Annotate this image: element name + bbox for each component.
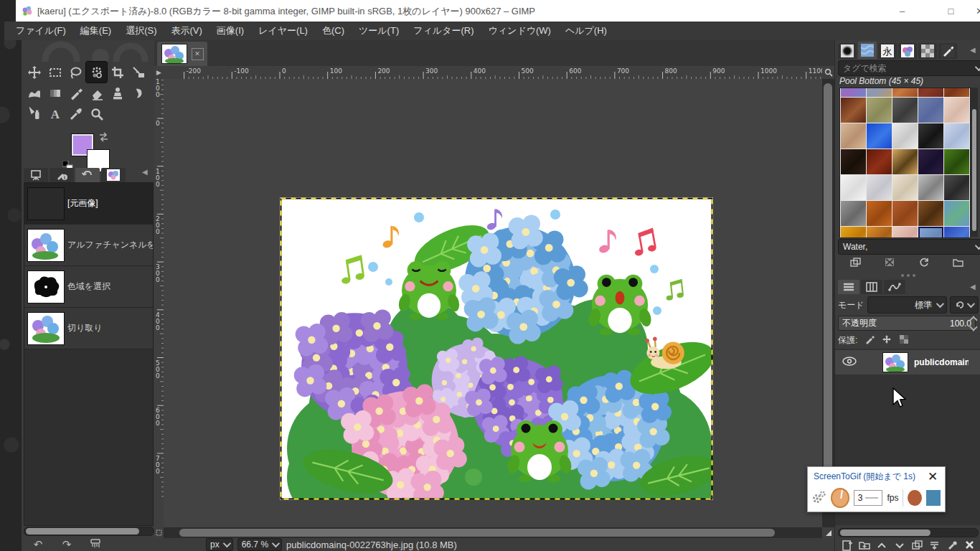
- merge-layer-button[interactable]: [926, 540, 943, 551]
- tool-gradient-icon[interactable]: [44, 83, 65, 103]
- settings-gears-icon[interactable]: [812, 491, 826, 506]
- pattern-swatch[interactable]: [892, 175, 918, 200]
- pattern-swatch[interactable]: [841, 227, 866, 238]
- refresh-patterns-icon[interactable]: [919, 258, 929, 270]
- history-scrollbar[interactable]: [24, 527, 154, 536]
- menu-item-5[interactable]: レイヤー(L): [251, 22, 315, 39]
- mask-layer-button[interactable]: [943, 540, 961, 551]
- pattern-swatch[interactable]: [841, 175, 866, 200]
- history-item-3[interactable]: 切り取り: [24, 308, 153, 349]
- tool-clone-icon[interactable]: [107, 83, 128, 103]
- pattern-swatch[interactable]: [892, 227, 918, 238]
- menu-item-1[interactable]: 編集(E): [73, 22, 118, 39]
- pattern-swatch[interactable]: [867, 123, 892, 149]
- dock-tab-tool-options[interactable]: [24, 168, 48, 182]
- pattern-swatch[interactable]: [892, 123, 918, 149]
- menu-item-6[interactable]: 色(C): [315, 22, 352, 39]
- canvas-viewport[interactable]: [164, 79, 822, 527]
- tool-rectangle-select-icon[interactable]: [44, 62, 65, 83]
- tool-free-select-icon[interactable]: [65, 62, 86, 83]
- pattern-swatch[interactable]: [918, 149, 943, 174]
- menu-item-0[interactable]: ファイル(F): [9, 22, 73, 39]
- tool-paintbrush-icon[interactable]: [65, 83, 86, 103]
- history-item-1[interactable]: アルファチャンネルを追加: [24, 225, 153, 266]
- pattern-swatch[interactable]: [918, 98, 943, 123]
- lock-alpha-icon[interactable]: [899, 334, 909, 347]
- dock-tab-image[interactable]: [101, 168, 126, 182]
- quick-mask-toggle[interactable]: [154, 527, 164, 538]
- history-item-0[interactable]: [元画像]: [24, 183, 153, 225]
- canvas-vertical-scrollbar[interactable]: [822, 79, 834, 527]
- unit-dropdown[interactable]: px: [206, 538, 233, 551]
- pattern-swatch[interactable]: [892, 98, 918, 123]
- dialog-tab-brushes[interactable]: [838, 43, 857, 59]
- undo-button[interactable]: ↶: [24, 538, 52, 551]
- pattern-swatch[interactable]: [918, 88, 943, 97]
- raise-layer-button[interactable]: [873, 540, 890, 551]
- pattern-swatch[interactable]: [944, 175, 969, 200]
- tool-smudge-icon[interactable]: [128, 83, 149, 103]
- tag-search-input[interactable]: タグで検索: [838, 60, 980, 76]
- dock-tab-undo-history[interactable]: [75, 168, 100, 182]
- pattern-swatch[interactable]: [841, 88, 866, 97]
- open-pattern-file-icon[interactable]: [953, 258, 963, 269]
- delete-pattern-icon[interactable]: [885, 258, 895, 269]
- redo-button[interactable]: ↷: [52, 538, 81, 551]
- pattern-swatch[interactable]: [841, 201, 866, 226]
- layers-tab-paths[interactable]: [884, 280, 905, 294]
- tool-zoom-icon[interactable]: [86, 103, 107, 124]
- pattern-swatch[interactable]: [867, 98, 892, 123]
- dock-menu-icon[interactable]: ◀: [970, 46, 976, 54]
- close-button[interactable]: ✕: [963, 0, 980, 22]
- clear-history-button[interactable]: [81, 538, 110, 551]
- pattern-swatch[interactable]: [867, 88, 892, 97]
- lower-layer-button[interactable]: [891, 540, 908, 551]
- duplicate-layer-button[interactable]: [908, 540, 925, 551]
- tool-transform-icon[interactable]: [128, 62, 149, 83]
- pattern-swatch[interactable]: [918, 201, 943, 226]
- screentogif-close-icon[interactable]: ✕: [925, 469, 941, 485]
- dock-menu-icon[interactable]: ◀: [142, 168, 148, 176]
- lock-position-icon[interactable]: [882, 334, 892, 347]
- pattern-swatch[interactable]: [867, 227, 892, 238]
- layers-scrollbar[interactable]: [838, 528, 979, 537]
- history-item-2[interactable]: 色域を選択: [24, 266, 153, 308]
- dock-separator-handle[interactable]: [835, 273, 980, 278]
- menu-item-7[interactable]: ツール(T): [352, 22, 406, 39]
- dialog-tab-gradients[interactable]: [918, 43, 937, 59]
- minimize-button[interactable]: –: [886, 0, 918, 22]
- pattern-swatch[interactable]: [918, 175, 943, 200]
- layer-row[interactable]: publicdomainq-0022763hje.jpg: [835, 350, 980, 375]
- pattern-scrollbar[interactable]: [971, 88, 978, 237]
- menu-item-9[interactable]: ウィンドウ(W): [481, 22, 557, 39]
- menu-item-4[interactable]: 画像(I): [209, 22, 251, 39]
- mode-switch-button[interactable]: [950, 296, 979, 314]
- pattern-swatch[interactable]: [892, 88, 918, 97]
- pattern-swatch[interactable]: [918, 227, 943, 238]
- pattern-swatch[interactable]: [944, 201, 969, 226]
- tool-move-icon[interactable]: [24, 62, 44, 83]
- dialog-tab-patterns[interactable]: [858, 42, 877, 59]
- menu-item-2[interactable]: 選択(S): [118, 22, 164, 39]
- pattern-swatch[interactable]: [944, 123, 969, 149]
- pattern-swatch[interactable]: [841, 123, 866, 149]
- tool-eraser-icon[interactable]: [86, 83, 107, 103]
- tag-filter-dropdown[interactable]: Water,: [838, 239, 980, 255]
- dock-menu-icon[interactable]: ◀: [970, 283, 976, 291]
- opacity-spinner[interactable]: [970, 316, 977, 331]
- accent-color-square[interactable]: [926, 490, 941, 506]
- pattern-swatch[interactable]: [892, 201, 918, 226]
- zoom-dropdown[interactable]: 66.7 %: [237, 538, 282, 551]
- layers-tab-layers[interactable]: [838, 280, 859, 294]
- tool-ink-icon[interactable]: [24, 103, 44, 124]
- pattern-swatch[interactable]: [867, 175, 892, 200]
- ruler-corner-menu-button[interactable]: ▶: [154, 66, 164, 79]
- navigation-button[interactable]: [822, 527, 834, 538]
- dialog-tab-fonts[interactable]: 永: [878, 43, 897, 59]
- pattern-swatch[interactable]: [944, 227, 969, 238]
- layer-mode-dropdown[interactable]: 標準: [867, 296, 947, 314]
- fps-input[interactable]: 3: [854, 490, 883, 506]
- duplicate-pattern-icon[interactable]: [850, 258, 861, 269]
- tool-select-by-color-icon[interactable]: [86, 62, 107, 83]
- pattern-swatch[interactable]: [867, 149, 892, 174]
